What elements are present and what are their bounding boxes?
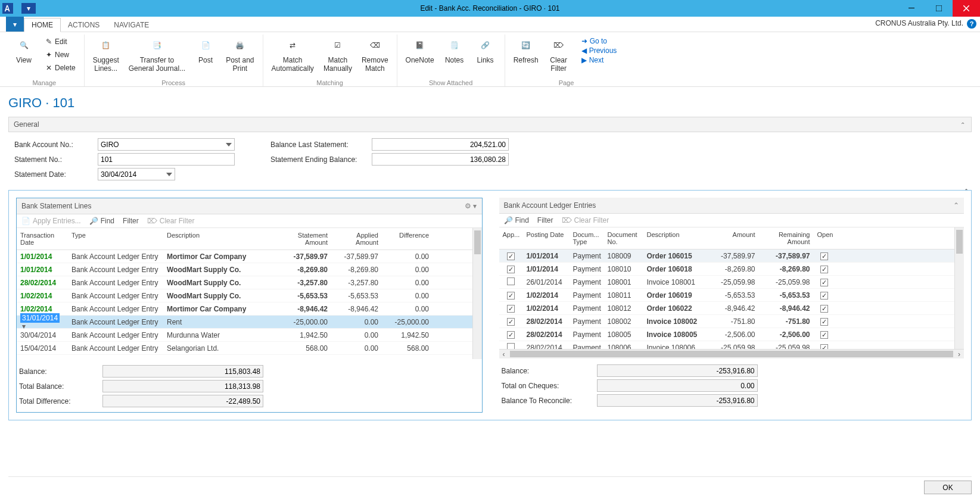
open-checkbox[interactable] bbox=[820, 292, 828, 300]
balance-last-field[interactable] bbox=[372, 138, 509, 151]
next-button[interactable]: ▶Next bbox=[581, 56, 617, 64]
bank-statement-grid[interactable]: Transaction Date Type Description Statem… bbox=[17, 228, 482, 359]
table-row[interactable]: 28/02/2014Payment108002Invoice 108002-75… bbox=[499, 315, 965, 328]
close-button[interactable] bbox=[953, 0, 980, 17]
help-icon[interactable]: ? bbox=[967, 19, 976, 29]
col-desc-right[interactable]: Description bbox=[643, 230, 705, 247]
clear-filter-button-left[interactable]: ⌦ Clear Filter bbox=[147, 217, 195, 225]
minimize-button[interactable] bbox=[898, 0, 925, 17]
delete-button[interactable]: ✕Delete bbox=[42, 62, 78, 74]
table-row[interactable]: 1/02/2014Payment108011Order 106019-5,653… bbox=[499, 289, 965, 302]
transfer-journal-button[interactable]: 📑Transfer to General Journal... bbox=[126, 35, 188, 74]
horizontal-scrollbar-right[interactable]: ‹› bbox=[499, 349, 965, 358]
left-balance-value bbox=[102, 365, 263, 378]
table-row[interactable]: 15/04/2014Bank Account Ledger EntrySelan… bbox=[17, 342, 482, 355]
filter-button-right[interactable]: Filter bbox=[537, 216, 553, 224]
table-row[interactable]: 1/01/2014Payment108010Order 106018-8,269… bbox=[499, 263, 965, 276]
edit-button[interactable]: ✎Edit bbox=[42, 36, 78, 48]
new-button[interactable]: ✦New bbox=[42, 49, 78, 61]
notes-button[interactable]: 🗒️Notes bbox=[441, 35, 468, 66]
table-row[interactable]: 1/02/2014Bank Account Ledger EntryMortim… bbox=[17, 302, 482, 316]
statement-date-label: Statement Date: bbox=[14, 170, 98, 179]
table-row[interactable]: 31/01/2014▾Bank Account Ledger EntryRent… bbox=[17, 316, 482, 329]
apply-entries-button[interactable]: 📄 Apply Entries... bbox=[21, 217, 81, 225]
refresh-button[interactable]: 🔄Refresh bbox=[511, 35, 541, 66]
applied-checkbox[interactable] bbox=[507, 318, 515, 326]
bank-account-field[interactable]: GIRO bbox=[98, 138, 235, 151]
col-description[interactable]: Description bbox=[163, 230, 272, 247]
open-checkbox[interactable] bbox=[820, 318, 828, 326]
col-doc-no[interactable]: Document No. bbox=[604, 230, 643, 247]
applied-checkbox[interactable] bbox=[507, 331, 515, 339]
tab-home[interactable]: HOME bbox=[24, 18, 61, 32]
ribbon-tabs: ▾ HOME ACTIONS NAVIGATE CRONUS Australia… bbox=[0, 17, 980, 32]
table-row[interactable]: 1/02/2014Bank Account Ledger EntryWoodMa… bbox=[17, 289, 482, 302]
applied-checkbox[interactable] bbox=[507, 292, 515, 300]
ok-button[interactable]: OK bbox=[924, 481, 972, 494]
gear-icon[interactable]: ⚙ ▾ bbox=[465, 202, 477, 210]
col-type[interactable]: Type bbox=[68, 230, 163, 247]
open-checkbox[interactable] bbox=[820, 305, 828, 313]
table-row[interactable]: 1/01/2014Bank Account Ledger EntryWoodMa… bbox=[17, 263, 482, 276]
goto-button[interactable]: ➜Go to bbox=[581, 37, 617, 45]
applied-checkbox[interactable] bbox=[507, 305, 515, 313]
table-row[interactable]: 28/02/2014Payment108005Invoice 108005-2,… bbox=[499, 328, 965, 341]
clear-filter-button-right[interactable]: ⌦ Clear Filter bbox=[562, 216, 609, 224]
open-checkbox[interactable] bbox=[820, 344, 828, 350]
col-remaining[interactable]: Remaining Amount bbox=[759, 230, 814, 247]
open-checkbox[interactable] bbox=[820, 331, 828, 339]
table-row[interactable]: 28/02/2014Bank Account Ledger EntryWoodM… bbox=[17, 276, 482, 289]
applied-checkbox[interactable] bbox=[507, 252, 515, 260]
tab-navigate[interactable]: NAVIGATE bbox=[107, 18, 156, 32]
col-doc-type[interactable]: Docum... Type bbox=[570, 230, 604, 247]
onenote-button[interactable]: 📓OneNote bbox=[403, 35, 437, 66]
open-checkbox[interactable] bbox=[820, 279, 828, 286]
ledger-grid[interactable]: App... Posting Date Docum... Type Docume… bbox=[499, 227, 965, 349]
col-transaction-date[interactable]: Transaction Date bbox=[17, 230, 68, 247]
applied-checkbox[interactable] bbox=[507, 277, 515, 285]
view-button[interactable]: 🔍View bbox=[11, 35, 37, 66]
table-row[interactable]: 1/01/2014Payment108009Order 106015-37,58… bbox=[499, 250, 965, 263]
subpage-panels: Bank Statement Lines ⚙ ▾ 📄 Apply Entries… bbox=[8, 190, 972, 420]
maximize-button[interactable] bbox=[925, 0, 953, 17]
previous-button[interactable]: ◀Previous bbox=[581, 46, 617, 55]
table-row[interactable]: 1/02/2014Payment108012Order 106022-8,946… bbox=[499, 302, 965, 315]
applied-checkbox[interactable] bbox=[507, 266, 515, 273]
table-row[interactable]: 30/04/2014Bank Account Ledger EntryMurdu… bbox=[17, 329, 482, 342]
col-difference[interactable]: Difference bbox=[382, 230, 433, 247]
col-posting-date[interactable]: Posting Date bbox=[523, 230, 570, 247]
table-row[interactable]: 1/01/2014Bank Account Ledger EntryMortim… bbox=[17, 250, 482, 263]
vertical-scrollbar-right[interactable] bbox=[954, 227, 964, 349]
clear-filter-button[interactable]: ⌦Clear Filter bbox=[546, 35, 572, 74]
links-button[interactable]: 🔗Links bbox=[472, 35, 499, 66]
post-button[interactable]: 📄Post bbox=[192, 35, 219, 66]
table-row[interactable]: 28/02/2014Payment108006Invoice 108006-25… bbox=[499, 341, 965, 349]
statement-date-field[interactable]: 30/04/2014 bbox=[98, 168, 175, 180]
ending-balance-field[interactable] bbox=[372, 153, 509, 166]
statement-no-field[interactable] bbox=[98, 153, 235, 166]
col-amount[interactable]: Amount bbox=[705, 230, 759, 247]
col-applied-amount[interactable]: Applied Amount bbox=[331, 230, 382, 247]
remove-match-button[interactable]: ⌫Remove Match bbox=[359, 35, 391, 74]
find-button-left[interactable]: 🔎 Find bbox=[89, 217, 114, 225]
col-applied[interactable]: App... bbox=[499, 230, 523, 247]
col-open[interactable]: Open bbox=[814, 230, 835, 247]
open-checkbox[interactable] bbox=[820, 252, 828, 260]
open-checkbox[interactable] bbox=[820, 266, 828, 273]
col-statement-amount[interactable]: Statement Amount bbox=[272, 230, 331, 247]
match-manual-button[interactable]: ☑Match Manually bbox=[321, 35, 354, 74]
general-fasttab-header[interactable]: General ⌃ bbox=[8, 117, 972, 132]
match-auto-button[interactable]: ⇄Match Automatically bbox=[269, 35, 316, 74]
file-tab[interactable]: ▾ bbox=[6, 17, 24, 32]
find-button-right[interactable]: 🔎 Find bbox=[504, 216, 529, 224]
table-row[interactable]: 26/01/2014Payment108001Invoice 108001-25… bbox=[499, 276, 965, 289]
filter-button-left[interactable]: Filter bbox=[123, 217, 139, 225]
quick-access-dropdown[interactable]: ▾ bbox=[21, 3, 36, 14]
tab-actions[interactable]: ACTIONS bbox=[61, 18, 107, 32]
vertical-scrollbar-left[interactable] bbox=[472, 228, 482, 359]
collapse-icon[interactable]: ⌃ bbox=[953, 201, 959, 210]
arrow-left-icon: ◀ bbox=[581, 46, 587, 55]
applied-checkbox[interactable] bbox=[507, 343, 515, 350]
suggest-lines-button[interactable]: 📋Suggest Lines... bbox=[91, 35, 122, 74]
post-print-button[interactable]: 🖨️Post and Print bbox=[223, 35, 256, 74]
